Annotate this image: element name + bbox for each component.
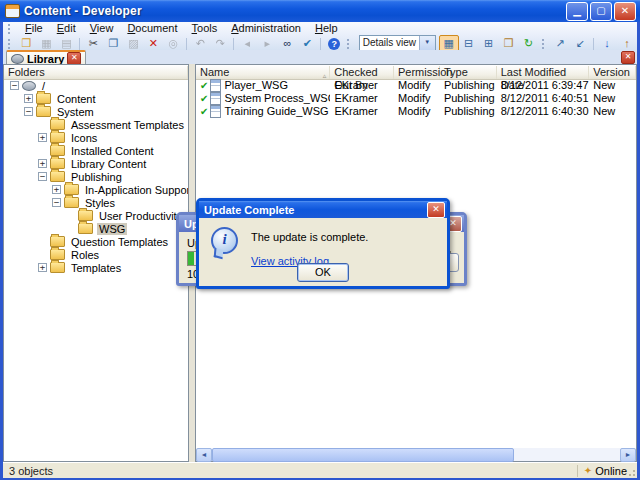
- menu-edit[interactable]: Edit: [50, 22, 83, 35]
- folder-icon: [50, 132, 65, 143]
- scroll-left-icon[interactable]: ◄: [196, 448, 212, 462]
- expand-icon[interactable]: +: [38, 263, 47, 272]
- tree-item-label: Content: [55, 93, 98, 105]
- tree-item-in-application-support[interactable]: +In-Application Support: [4, 183, 188, 196]
- list-column-headers: Name▵Checked Out ByPermissionTypeLast Mo…: [196, 65, 636, 80]
- tree-item-label: System: [55, 106, 96, 118]
- chevron-down-icon[interactable]: ▼: [419, 36, 435, 51]
- maximize-button[interactable]: ▢: [590, 2, 612, 21]
- folder-icon: [78, 223, 93, 234]
- toolbar-grip-handle-2[interactable]: [347, 39, 352, 49]
- toolbar: ❒▦▤✂❐▨✕◎↶↷◂▸∞✔? Details view ▼ ▦⊟⊞❒↻ ↗↙↓…: [3, 36, 637, 51]
- document-name: Training Guide_WSG: [224, 105, 328, 118]
- tree-item-roles[interactable]: Roles: [4, 248, 188, 261]
- cell-value: New: [589, 79, 636, 92]
- tree-item-assessment-templates[interactable]: Assessment Templates: [4, 118, 188, 131]
- document-icon: [210, 105, 221, 118]
- cell-value: 8/12/2011 6:40:30 PM: [497, 105, 590, 118]
- expand-icon[interactable]: +: [38, 159, 47, 168]
- tree-item-icons[interactable]: +Icons: [4, 131, 188, 144]
- window-titlebar: Content - Developer ▁ ▢ ✕: [0, 0, 640, 22]
- column-header-last-modified-date[interactable]: Last Modified Date: [497, 66, 590, 79]
- scroll-right-icon[interactable]: ►: [620, 448, 636, 462]
- document-name: Player_WSG: [224, 79, 288, 92]
- toolbar-grip-handle-3[interactable]: [542, 39, 547, 49]
- tree-item--[interactable]: −/: [4, 79, 188, 92]
- column-header-name[interactable]: Name▵: [196, 66, 330, 79]
- document-row[interactable]: ✔Training Guide_WSGEKramerModifyPublishi…: [196, 105, 636, 118]
- horizontal-scrollbar[interactable]: ◄ ►: [195, 448, 637, 462]
- close-button[interactable]: ✕: [614, 2, 636, 21]
- resize-grip[interactable]: [628, 469, 636, 477]
- menu-file[interactable]: File: [18, 22, 50, 35]
- expand-icon[interactable]: +: [38, 133, 47, 142]
- toolbar-grip-handle[interactable]: [8, 39, 13, 49]
- cell-value: EKramer: [330, 92, 394, 105]
- tree-item-question-templates[interactable]: Question Templates: [4, 235, 188, 248]
- document-icon: [210, 79, 221, 92]
- document-row[interactable]: ✔Player_WSGEKramerModifyPublishing Proje…: [196, 79, 636, 92]
- expand-icon[interactable]: +: [52, 185, 61, 194]
- tree-item-label: Templates: [69, 262, 123, 274]
- tree-item-label: Roles: [69, 249, 101, 261]
- tree-item-system[interactable]: −System: [4, 105, 188, 118]
- column-header-checked-out-by[interactable]: Checked Out By: [330, 66, 394, 79]
- folder-icon: [50, 119, 65, 130]
- folder-icon: [64, 197, 79, 208]
- cell-value: New: [589, 92, 636, 105]
- tree-item-content[interactable]: +Content: [4, 92, 188, 105]
- window-title: Content - Developer: [24, 4, 142, 18]
- update-dialog-close-icon[interactable]: ✕: [427, 202, 445, 218]
- tree-item-templates[interactable]: +Templates: [4, 261, 188, 274]
- toolbar-separator: [233, 38, 234, 50]
- tree-item-label: In-Application Support: [83, 184, 188, 196]
- cell-value: Publishing Project: [440, 79, 497, 92]
- tree-item-user-productivity-kit[interactable]: User Productivity Kit: [4, 209, 188, 222]
- tree-item-label: Question Templates: [69, 236, 170, 248]
- tree-item-label: /: [40, 80, 47, 92]
- collapse-icon[interactable]: −: [38, 172, 47, 181]
- folder-icon: [64, 184, 79, 195]
- tree-item-publishing[interactable]: −Publishing: [4, 170, 188, 183]
- checked-out-icon: ✔: [200, 92, 208, 105]
- folders-pane: Folders −/+Content−SystemAssessment Temp…: [3, 64, 189, 462]
- collapse-icon[interactable]: −: [10, 81, 19, 90]
- tree-item-wsg[interactable]: WSG: [4, 222, 188, 235]
- column-header-version[interactable]: Version: [589, 66, 636, 79]
- scrollbar-thumb[interactable]: [212, 448, 514, 462]
- cell-value: Modify: [394, 105, 440, 118]
- cell-value: Modify: [394, 92, 440, 105]
- update-dialog-title: Update Complete: [204, 204, 294, 216]
- column-header-permission[interactable]: Permission: [394, 66, 440, 79]
- object-count-label: 3 objects: [3, 465, 53, 477]
- update-complete-dialog: Update Complete ✕ i The update is comple…: [196, 198, 450, 289]
- menu-help[interactable]: Help: [308, 22, 345, 35]
- ok-button[interactable]: OK: [297, 263, 349, 282]
- menubar-grip-handle[interactable]: [8, 24, 15, 34]
- menu-administration[interactable]: Administration: [224, 22, 308, 35]
- menu-view[interactable]: View: [83, 22, 121, 35]
- minimize-button[interactable]: ▁: [566, 2, 588, 21]
- document-name: System Process_WSG: [224, 92, 330, 105]
- document-row[interactable]: ✔System Process_WSGEKramerModifyPublishi…: [196, 92, 636, 105]
- toolbar-separator: [186, 38, 187, 50]
- menu-tools[interactable]: Tools: [185, 22, 225, 35]
- column-header-type[interactable]: Type: [440, 66, 497, 79]
- view-mode-value: Details view: [360, 36, 419, 51]
- tree-item-label: User Productivity Kit: [97, 210, 188, 222]
- menu-document[interactable]: Document: [120, 22, 184, 35]
- collapse-icon[interactable]: −: [52, 198, 61, 207]
- status-bar: 3 objects ✦ Online: [3, 462, 637, 478]
- command-bars: FileEditViewDocumentToolsAdministrationH…: [3, 22, 637, 51]
- expand-icon[interactable]: +: [24, 94, 33, 103]
- tree-item-styles[interactable]: −Styles: [4, 196, 188, 209]
- folder-icon: [50, 262, 65, 273]
- tree-item-library-content[interactable]: +Library Content: [4, 157, 188, 170]
- tree-item-installed-content[interactable]: Installed Content: [4, 144, 188, 157]
- folder-icon: [50, 236, 65, 247]
- tab-library[interactable]: Library ✕: [6, 50, 86, 65]
- pane-group-close-icon[interactable]: ✕: [621, 51, 635, 64]
- folder-icon: [78, 210, 93, 221]
- scrollbar-track[interactable]: [212, 448, 620, 461]
- collapse-icon[interactable]: −: [24, 107, 33, 116]
